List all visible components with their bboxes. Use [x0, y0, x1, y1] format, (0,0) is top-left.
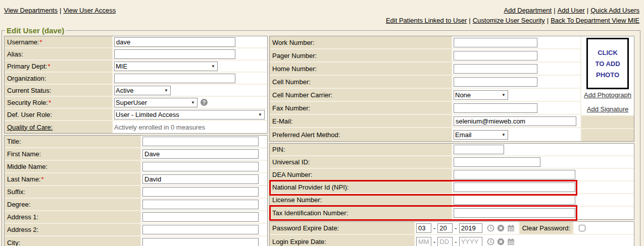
- calendar-icon[interactable]: [507, 238, 515, 245]
- email-row: E-Mail:: [270, 115, 580, 128]
- degree-label: Degree:: [7, 201, 30, 208]
- username-label: Username:: [7, 38, 39, 46]
- photo-panel: CLICK TO ADD PHOTO Add Photograph Add Si…: [580, 36, 634, 141]
- tax-id-label: Tax Identification Number:: [272, 209, 348, 217]
- help-icon[interactable]: ?: [201, 99, 208, 106]
- pager-number-row: Pager Number:: [270, 49, 580, 63]
- dea-number-row: DEA Number:: [270, 169, 634, 181]
- required-asterisk: *: [41, 175, 43, 183]
- add-photo-box[interactable]: CLICK TO ADD PHOTO: [586, 38, 629, 89]
- left-column: Username:* Alias: Primary Dept:* MIE Org…: [4, 36, 268, 246]
- cell-carrier-row: Cell Number Carrier: None: [270, 89, 580, 102]
- tax-id-row: Tax Identification Number:: [270, 207, 634, 219]
- calendar-icon[interactable]: [507, 224, 515, 232]
- pager-number-input[interactable]: [454, 51, 537, 60]
- top-nav-right: Add Department|Add User|Quick Add Users …: [386, 6, 639, 26]
- view-user-access-link[interactable]: View User Access: [63, 7, 116, 14]
- password-expire-mm-input[interactable]: [416, 223, 431, 233]
- add-user-link[interactable]: Add User: [558, 7, 585, 14]
- address2-label: Address 2:: [7, 226, 38, 233]
- dea-number-input[interactable]: [454, 170, 575, 179]
- npi-input[interactable]: [454, 182, 575, 192]
- organization-input[interactable]: [114, 74, 235, 83]
- suffix-input[interactable]: [142, 187, 259, 197]
- current-status-select[interactable]: Active: [114, 86, 171, 95]
- home-number-input[interactable]: [454, 64, 537, 74]
- current-status-label: Current Status:: [7, 87, 51, 94]
- organization-label: Organization:: [7, 75, 46, 82]
- clear-password-label: Clear Password:: [522, 224, 570, 232]
- suffix-label: Suffix:: [7, 188, 25, 196]
- middle-name-input[interactable]: [142, 162, 259, 171]
- date-separator: -: [433, 238, 435, 245]
- security-role-row: Security Role:* SuperUser?: [5, 97, 267, 109]
- cell-number-input[interactable]: [454, 77, 537, 87]
- quick-add-users-link[interactable]: Quick Add Users: [590, 7, 639, 14]
- degree-input[interactable]: [142, 200, 259, 209]
- username-input[interactable]: [114, 37, 235, 47]
- pin-input[interactable]: [454, 145, 504, 154]
- login-expire-row: Login Expire Date: --: [270, 235, 634, 246]
- clear-date-icon[interactable]: [497, 224, 505, 232]
- quality-of-care-link[interactable]: Quality of Care:: [7, 124, 53, 131]
- add-photograph-link[interactable]: Add Photograph: [584, 91, 631, 99]
- security-role-select[interactable]: SuperUser: [114, 98, 197, 107]
- address1-input[interactable]: [142, 212, 259, 222]
- alert-method-select[interactable]: Email: [454, 130, 508, 140]
- password-expire-yyyy-input[interactable]: [459, 223, 482, 233]
- top-nav: View Departments|View User Access Add De…: [0, 0, 644, 26]
- universal-id-input[interactable]: [454, 157, 540, 167]
- login-expire-yyyy-input[interactable]: [459, 237, 482, 246]
- edit-patients-linked-link[interactable]: Edit Patients Linked to User: [386, 17, 467, 24]
- quality-enrollment-text: Actively enrolled in 0 measures: [114, 124, 205, 131]
- photo-box-line: CLICK: [588, 49, 627, 56]
- photo-box-line: PHOTO: [588, 71, 627, 79]
- login-expire-mm-input[interactable]: [416, 237, 431, 246]
- password-expire-row: Password Expire Date: -- Clear Password:: [270, 222, 634, 235]
- view-departments-link[interactable]: View Departments: [4, 7, 58, 14]
- customize-user-security-link[interactable]: Customize User Security: [473, 17, 545, 24]
- address2-input[interactable]: [142, 225, 259, 234]
- photo-box-line: TO ADD: [588, 60, 627, 68]
- account-table: Username:* Alias: Primary Dept:* MIE Org…: [4, 36, 268, 134]
- clear-password-checkbox[interactable]: [579, 225, 585, 231]
- pager-number-label: Pager Number:: [272, 52, 317, 59]
- email-input[interactable]: [454, 116, 576, 126]
- right-column: Work Number: Pager Number: Home Number: …: [269, 36, 634, 246]
- add-department-link[interactable]: Add Department: [504, 7, 552, 14]
- universal-id-row: Universal ID:: [270, 156, 634, 169]
- required-asterisk: *: [40, 38, 42, 46]
- license-number-input[interactable]: [454, 195, 575, 205]
- cell-carrier-select[interactable]: None: [454, 90, 508, 100]
- fax-number-input[interactable]: [454, 103, 537, 113]
- def-user-role-label: Def. User Role:: [7, 111, 52, 118]
- first-name-input[interactable]: [142, 149, 259, 159]
- add-signature-link[interactable]: Add Signature: [587, 105, 628, 113]
- password-expire-dd-input[interactable]: [437, 223, 453, 233]
- work-number-label: Work Number:: [272, 39, 315, 46]
- primary-dept-select[interactable]: MIE: [114, 61, 218, 71]
- security-role-label: Security Role:: [7, 99, 48, 106]
- expire-table: Password Expire Date: -- Clear Password:…: [269, 221, 634, 246]
- clock-icon[interactable]: [487, 238, 494, 245]
- last-name-label: Last Name:: [7, 175, 40, 183]
- person-table: Title: First Name: Middle Name: Last Nam…: [4, 135, 268, 246]
- clock-icon[interactable]: [487, 224, 494, 232]
- work-number-input[interactable]: [454, 38, 537, 47]
- last-name-input[interactable]: [142, 174, 259, 184]
- tax-id-input[interactable]: [454, 208, 575, 218]
- password-expire-label: Password Expire Date:: [272, 224, 339, 232]
- login-expire-dd-input[interactable]: [437, 237, 453, 246]
- alias-label: Alias:: [7, 50, 23, 58]
- address1-label: Address 1:: [7, 213, 38, 221]
- def-user-role-select[interactable]: User - Limited Access: [114, 110, 265, 119]
- npi-label: National Provider Id (NPI):: [272, 183, 349, 191]
- alias-input[interactable]: [114, 49, 235, 59]
- title-input[interactable]: [142, 137, 259, 146]
- work-number-row: Work Number:: [270, 36, 580, 49]
- alert-method-row: Preferred Alert Method: Email: [270, 128, 580, 141]
- back-to-department-view-link[interactable]: Back To Department View MIE: [551, 17, 639, 24]
- city-input[interactable]: [142, 238, 259, 246]
- clear-date-icon[interactable]: [497, 238, 505, 245]
- first-name-row: First Name:: [5, 148, 267, 161]
